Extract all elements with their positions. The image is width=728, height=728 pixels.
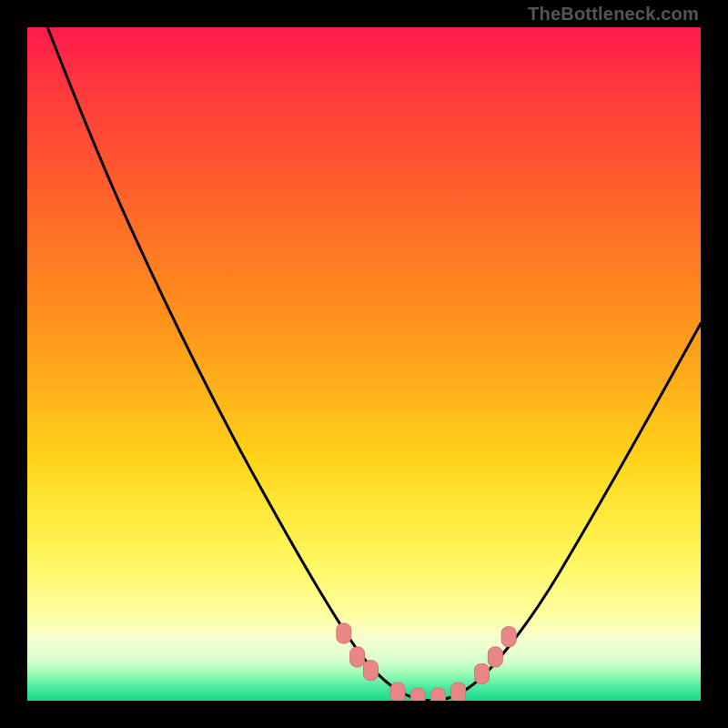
plot-area (27, 27, 701, 701)
curve-marker (475, 663, 490, 683)
curve-marker (430, 688, 445, 701)
curve-marker (337, 623, 351, 643)
curve-marker (451, 682, 466, 701)
chart-frame: TheBottleneck.com (0, 0, 728, 728)
curve-marker (488, 647, 502, 667)
curve-markers (337, 623, 516, 701)
curve-marker (501, 627, 516, 647)
watermark-label: TheBottleneck.com (528, 4, 699, 25)
curve-marker (410, 688, 425, 701)
curve-marker (350, 647, 365, 667)
curve-marker (363, 661, 378, 681)
bottleneck-curve (47, 27, 701, 701)
curve-marker (390, 682, 405, 701)
bottleneck-curve-svg (27, 27, 701, 701)
